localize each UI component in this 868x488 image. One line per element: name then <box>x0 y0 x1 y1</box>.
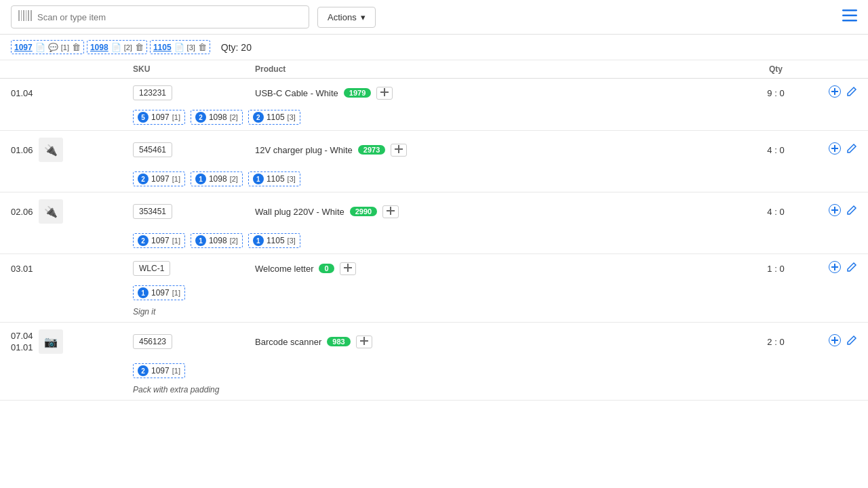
col-header-product: Product <box>255 64 735 74</box>
tab-id-1097[interactable]: 1097 <box>14 43 33 52</box>
add-product-btn[interactable] <box>340 262 356 275</box>
product-name-cell: USB-C Cable - White 1979 <box>255 87 735 100</box>
qty-total: Qty: 20 <box>221 42 252 53</box>
product-main-row: 07.04 01.01 📷 456123 Barcode scanner 983… <box>0 323 868 361</box>
sub-row: 2 1097 [1] 1 1098 [2] 1 1105 [3] <box>0 230 868 253</box>
product-name: 12V charger plug - White <box>255 145 353 155</box>
tab-count-1097: [1] <box>61 43 69 52</box>
svg-rect-25 <box>344 267 352 268</box>
order-ref-badge[interactable]: 2 1097 [1] <box>133 171 185 186</box>
sku-cell: 456123 <box>133 334 255 349</box>
add-product-btn[interactable] <box>382 205 399 218</box>
sub-row: 2 1097 [1] <box>0 361 868 384</box>
svg-rect-33 <box>831 340 838 341</box>
menu-button[interactable] <box>842 9 857 25</box>
order-badge-num: 2 <box>138 174 149 184</box>
order-ref-badge[interactable]: 2 1098 [2] <box>191 110 243 125</box>
add-qty-btn[interactable] <box>829 261 841 276</box>
order-badge-num: 2 <box>195 112 206 123</box>
product-note: Pack with extra padding <box>0 384 868 400</box>
order-ref-badge[interactable]: 2 1097 [1] <box>133 233 185 248</box>
add-qty-btn[interactable] <box>829 142 841 157</box>
col-header-actions <box>816 64 857 74</box>
add-product-btn[interactable] <box>356 336 372 348</box>
order-tab-1097[interactable]: 1097 📄 💬 [1] 🗑 <box>11 40 84 54</box>
tab-chat-icon-1097: 💬 <box>48 43 58 52</box>
edit-qty-btn[interactable] <box>846 334 857 349</box>
svg-rect-28 <box>831 266 838 268</box>
product-main-row: 03.01 WLC-1 Welcome letter 0 1 : 0 <box>0 254 868 283</box>
order-badge-num: 1 <box>195 174 206 184</box>
order-tab-1105[interactable]: 1105 📄 [3] 🗑 <box>150 40 210 54</box>
order-badge-num: 2 <box>138 365 149 376</box>
edit-qty-btn[interactable] <box>846 261 857 276</box>
tab-delete-1098[interactable]: 🗑 <box>135 42 144 52</box>
product-thumb: 🔌 <box>39 199 63 224</box>
product-block-1: 01.06 🔌 545461 12V charger plug - White … <box>0 131 868 192</box>
svg-rect-4 <box>28 10 29 21</box>
order-ref-badge[interactable]: 2 1097 [1] <box>133 363 185 378</box>
svg-rect-5 <box>31 10 32 21</box>
stock-badge: 2973 <box>358 145 385 155</box>
qty-cell: 4 : 0 <box>735 145 816 155</box>
stock-badge: 2990 <box>350 207 377 216</box>
order-ref-badge[interactable]: 1 1098 [2] <box>191 171 243 186</box>
tab-file-icon-1097: 📄 <box>35 43 45 52</box>
actions-button[interactable]: Actions ▾ <box>317 7 376 28</box>
edit-qty-btn[interactable] <box>846 204 857 219</box>
product-block-4: 07.04 01.01 📷 456123 Barcode scanner 983… <box>0 323 868 401</box>
svg-rect-7 <box>842 14 857 16</box>
tab-id-1098[interactable]: 1098 <box>90 43 108 52</box>
product-name: Welcome letter <box>255 264 313 274</box>
svg-rect-0 <box>18 10 20 21</box>
svg-rect-10 <box>380 92 389 93</box>
order-ref-badge[interactable]: 1 1105 [3] <box>248 171 300 186</box>
tab-delete-1105[interactable]: 🗑 <box>198 42 207 52</box>
order-tab-1098[interactable]: 1098 📄 [2] 🗑 <box>87 40 147 54</box>
edit-qty-btn[interactable] <box>846 142 857 157</box>
tab-delete-1097[interactable]: 🗑 <box>72 42 81 52</box>
order-badge-id: 1097 <box>151 366 170 375</box>
svg-rect-20 <box>387 210 395 211</box>
sku-value: WLC-1 <box>133 261 170 276</box>
edit-qty-btn[interactable] <box>846 85 857 100</box>
order-badge-count: [3] <box>288 237 296 245</box>
add-qty-btn[interactable] <box>829 85 841 100</box>
location-label: 03.01 <box>11 264 33 274</box>
product-name-cell: 12V charger plug - White 2973 <box>255 144 735 157</box>
sku-value: 123231 <box>133 85 172 100</box>
svg-rect-30 <box>360 340 368 342</box>
order-ref-badge[interactable]: 1 1097 [1] <box>133 285 185 300</box>
barcode-icon <box>18 10 32 24</box>
tab-id-1105[interactable]: 1105 <box>153 43 172 52</box>
add-qty-btn[interactable] <box>829 204 841 219</box>
location-cell: 03.01 <box>11 264 133 274</box>
order-badge-num: 1 <box>195 235 206 246</box>
product-thumb: 📷 <box>39 329 63 354</box>
qty-cell: 4 : 0 <box>735 207 816 217</box>
chevron-down-icon: ▾ <box>361 12 366 22</box>
order-badge-num: 1 <box>253 235 264 246</box>
order-badge-id: 1097 <box>151 174 170 184</box>
order-ref-badge[interactable]: 5 1097 [1] <box>133 110 185 125</box>
add-qty-btn[interactable] <box>829 334 841 349</box>
product-block-0: 01.04 123231 USB-C Cable - White 1979 9 … <box>0 79 868 131</box>
order-badge-id: 1105 <box>267 174 285 184</box>
location-cell: 07.04 01.01 📷 <box>11 329 133 354</box>
order-badge-count: [1] <box>172 367 180 375</box>
add-product-btn[interactable] <box>376 87 393 100</box>
order-tabs: 1097 📄 💬 [1] 🗑 1098 📄 [2] 🗑 1105 📄 [3] 🗑… <box>0 35 868 60</box>
product-name: USB-C Cable - White <box>255 88 338 98</box>
order-badge-num: 1 <box>138 287 149 298</box>
order-badge-count: [3] <box>288 113 296 121</box>
location-label-2: 01.01 <box>11 342 33 352</box>
scan-input-wrap <box>11 5 309 28</box>
order-ref-badge[interactable]: 1 1098 [2] <box>191 233 243 248</box>
add-product-btn[interactable] <box>391 144 407 157</box>
location-cell: 01.04 <box>11 88 133 98</box>
order-ref-badge[interactable]: 1 1105 [3] <box>248 233 300 248</box>
order-ref-badge[interactable]: 2 1105 [3] <box>248 110 300 125</box>
product-main-row: 02.06 🔌 353451 Wall plug 220V - White 29… <box>0 192 868 230</box>
scan-input[interactable] <box>37 12 302 22</box>
order-badge-id: 1098 <box>209 113 227 122</box>
